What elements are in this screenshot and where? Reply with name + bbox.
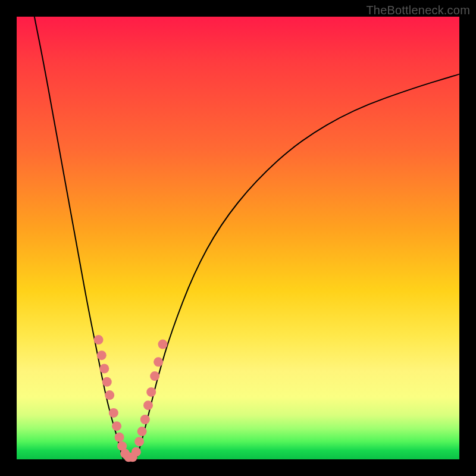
curve-marker [102,377,112,387]
curve-right-branch [136,74,459,459]
curve-marker [158,340,168,349]
curve-marker [112,421,121,431]
curve-marker [154,357,163,367]
curve-marker [143,400,153,410]
curve-marker [99,364,109,374]
curve-marker [146,387,156,397]
chart-frame: TheBottleneck.com [0,0,476,476]
curve-marker [109,408,118,418]
curve-marker [97,350,107,360]
plot-area [17,17,459,459]
curve-marker [94,335,104,345]
curve-svg [17,17,459,459]
curve-marker [131,447,141,456]
curve-marker [150,371,159,381]
curve-marker [105,390,114,400]
watermark-text: TheBottleneck.com [366,4,470,17]
curve-marker [137,427,147,436]
curve-marker [115,433,124,442]
curve-marker [134,437,144,446]
curve-marker [140,415,150,424]
markers-group [94,335,168,462]
